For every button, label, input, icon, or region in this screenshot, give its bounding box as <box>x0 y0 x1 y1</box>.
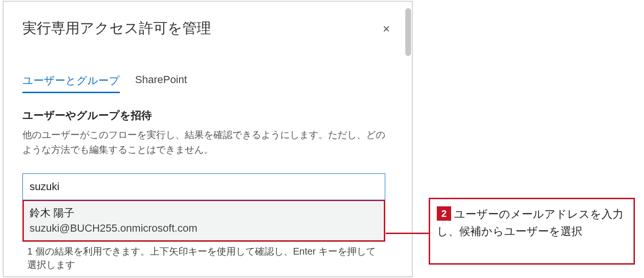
suggestion-email: suzuki@BUCH255.onmicrosoft.com <box>30 222 378 235</box>
vertical-scrollbar[interactable] <box>405 8 411 56</box>
instruction-text: ユーザーのメールアドレスを入力し、候補からユーザーを選択 <box>437 208 623 237</box>
dialog-header: 実行専用アクセス許可を管理 × <box>22 19 393 38</box>
manage-run-only-permissions-dialog: 実行専用アクセス許可を管理 × ユーザーとグループ SharePoint ユーザ… <box>3 1 412 277</box>
instruction-callout: 2ユーザーのメールアドレスを入力し、候補からユーザーを選択 <box>429 198 635 265</box>
invite-heading: ユーザーやグループを招待 <box>22 108 393 123</box>
user-search-input[interactable] <box>22 173 385 200</box>
dialog-title: 実行専用アクセス許可を管理 <box>22 19 211 38</box>
suggestion-name: 鈴木 陽子 <box>30 206 378 220</box>
close-icon[interactable]: × <box>380 21 393 37</box>
step-badge: 2 <box>437 206 451 221</box>
invite-description: 他のユーザーがこのフローを実行し、結果を確認できるようにします。ただし、どのよう… <box>22 128 393 157</box>
user-suggestion-item[interactable]: 鈴木 陽子 suzuki@BUCH255.onmicrosoft.com <box>22 200 385 242</box>
callout-connector <box>386 233 429 234</box>
tabs: ユーザーとグループ SharePoint <box>22 74 393 94</box>
tab-users-and-groups[interactable]: ユーザーとグループ <box>22 74 120 93</box>
results-hint: 1 個の結果を利用できます。上下矢印キーを使用して確認し、Enter キーを押し… <box>22 242 385 271</box>
tab-sharepoint[interactable]: SharePoint <box>135 74 187 93</box>
